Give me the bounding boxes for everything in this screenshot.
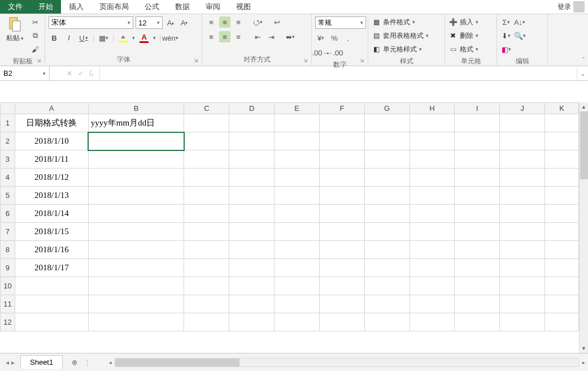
cell-I1[interactable] [455, 114, 500, 132]
cell-I8[interactable] [455, 241, 500, 259]
cell-B2[interactable] [88, 132, 184, 150]
menu-review[interactable]: 审阅 [198, 0, 228, 14]
menu-insert[interactable]: 插入 [61, 0, 92, 14]
cell-I10[interactable] [455, 277, 500, 295]
row-header-3[interactable]: 3 [1, 150, 15, 169]
cell-K12[interactable] [545, 313, 579, 331]
hscroll-thumb[interactable] [115, 359, 239, 366]
cell-D6[interactable] [229, 205, 275, 223]
menu-view[interactable]: 视图 [228, 0, 259, 14]
cell-K1[interactable] [545, 114, 579, 132]
cell-J7[interactable] [500, 223, 545, 241]
cell-F6[interactable] [319, 205, 364, 223]
column-header-G[interactable]: G [364, 103, 410, 114]
cell-J11[interactable] [500, 295, 545, 313]
cell-I7[interactable] [455, 223, 500, 241]
row-header-5[interactable]: 5 [1, 187, 15, 205]
cell-K10[interactable] [545, 277, 579, 295]
cell-D9[interactable] [229, 259, 275, 277]
cell-J9[interactable] [500, 259, 545, 277]
cell-D4[interactable] [229, 169, 275, 187]
cell-G6[interactable] [364, 205, 410, 223]
cell-J4[interactable] [500, 169, 545, 187]
underline-button[interactable]: U▾ [78, 32, 89, 44]
cell-B11[interactable] [88, 295, 184, 313]
cell-J3[interactable] [500, 150, 545, 169]
clear-button[interactable]: ◧▾ [500, 44, 512, 55]
cell-K6[interactable] [545, 205, 579, 223]
cell-G12[interactable] [364, 313, 410, 331]
copy-button[interactable]: ⧉ [29, 30, 41, 41]
cell-F8[interactable] [319, 241, 364, 259]
cell-E4[interactable] [275, 169, 320, 187]
cell-B12[interactable] [88, 313, 184, 331]
column-header-E[interactable]: E [275, 103, 320, 114]
cell-G9[interactable] [364, 259, 410, 277]
cell-F1[interactable] [319, 114, 364, 132]
column-header-A[interactable]: A [15, 103, 88, 114]
cell-G3[interactable] [364, 150, 410, 169]
cell-K8[interactable] [545, 241, 579, 259]
delete-cells-button[interactable]: ✖ 删除▾ [448, 30, 478, 41]
row-header-4[interactable]: 4 [1, 169, 15, 187]
decrease-decimal-button[interactable]: ←.00 [329, 47, 340, 58]
cell-H9[interactable] [410, 259, 455, 277]
scroll-up-button[interactable]: ▲ [580, 102, 588, 111]
cell-K7[interactable] [545, 223, 579, 241]
conditional-format-button[interactable]: ▦ 条件格式▾ [372, 16, 415, 28]
cell-E11[interactable] [275, 295, 320, 313]
cell-D2[interactable] [229, 132, 275, 150]
column-header-F[interactable]: F [319, 103, 364, 114]
increase-font-button[interactable]: A▴ [165, 17, 176, 28]
cell-A10[interactable] [15, 277, 88, 295]
row-header-8[interactable]: 8 [1, 241, 15, 259]
cell-F3[interactable] [319, 150, 364, 169]
cell-G2[interactable] [364, 132, 410, 150]
cell-E3[interactable] [275, 150, 320, 169]
cell-G1[interactable] [364, 114, 410, 132]
tab-nav-prev[interactable]: ◂ [6, 359, 9, 366]
cell-A5[interactable]: 2018/1/13 [15, 187, 88, 205]
cell-K3[interactable] [545, 150, 579, 169]
cell-A2[interactable]: 2018/1/10 [15, 132, 88, 150]
cell-E2[interactable] [275, 132, 320, 150]
cell-E10[interactable] [275, 277, 320, 295]
bold-button[interactable]: B [49, 32, 60, 44]
menu-data[interactable]: 数据 [167, 0, 198, 14]
row-header-2[interactable]: 2 [1, 132, 15, 150]
cell-J6[interactable] [500, 205, 545, 223]
cell-H10[interactable] [410, 277, 455, 295]
cell-F11[interactable] [319, 295, 364, 313]
sheet-tab-1[interactable]: Sheet1 [20, 355, 63, 369]
cell-D12[interactable] [229, 313, 275, 331]
cell-E5[interactable] [275, 187, 320, 205]
cell-D10[interactable] [229, 277, 275, 295]
cell-B1[interactable]: yyyy年mm月dd日 [88, 114, 184, 132]
vscroll-thumb[interactable] [580, 111, 588, 179]
fill-button[interactable]: ⬇▾ [500, 30, 512, 41]
cell-H6[interactable] [410, 205, 455, 223]
enter-formula-button[interactable]: ✓ [78, 70, 84, 77]
font-dialog-launcher[interactable]: ⇲ [194, 58, 201, 64]
cell-H12[interactable] [410, 313, 455, 331]
align-top-button[interactable]: ≡ [206, 16, 217, 28]
format-painter-button[interactable]: 🖌 [29, 44, 41, 55]
cell-A3[interactable]: 2018/1/11 [15, 150, 88, 169]
select-all-corner[interactable] [1, 103, 15, 114]
cell-C6[interactable] [184, 205, 229, 223]
horizontal-scrollbar[interactable]: ◂ ▸ [106, 358, 588, 367]
number-dialog-launcher[interactable]: ⇲ [360, 58, 367, 64]
cell-B5[interactable] [88, 187, 184, 205]
column-header-D[interactable]: D [229, 103, 275, 114]
login-link[interactable]: 登录 [557, 2, 571, 12]
tab-nav-next[interactable]: ▸ [11, 359, 15, 366]
cell-J5[interactable] [500, 187, 545, 205]
scroll-right-button[interactable]: ▸ [579, 360, 588, 365]
menu-formulas[interactable]: 公式 [137, 0, 167, 14]
merge-center-button[interactable]: ⬌▾ [285, 31, 296, 42]
cell-D3[interactable] [229, 150, 275, 169]
cell-D8[interactable] [229, 241, 275, 259]
cell-C8[interactable] [184, 241, 229, 259]
cell-F10[interactable] [319, 277, 364, 295]
cell-E6[interactable] [275, 205, 320, 223]
